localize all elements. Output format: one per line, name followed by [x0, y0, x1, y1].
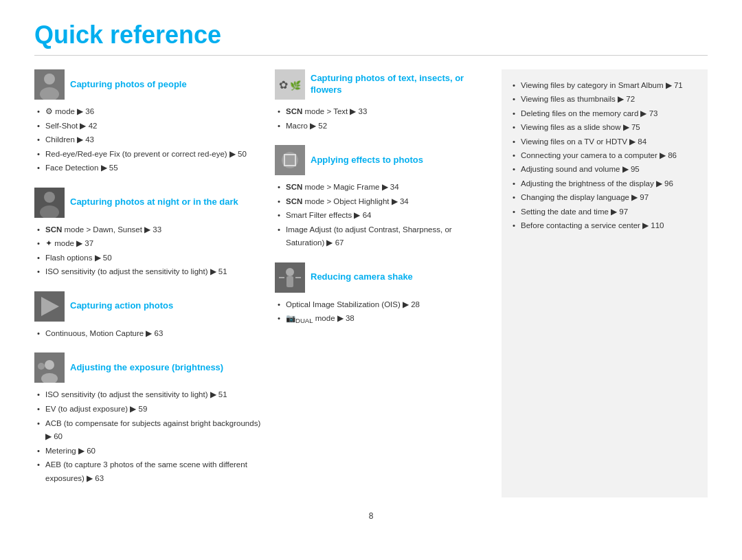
list-item: Deleting files on the memory card ▶ 73: [513, 107, 697, 120]
list-item: Smart Filter effects ▶ 64: [278, 209, 488, 223]
svg-point-19: [286, 268, 294, 276]
col-left: Capturing photos of people ⚙ mode ▶ 36 S…: [34, 69, 261, 497]
list-item: ⚙ mode ▶ 36: [37, 105, 261, 119]
section-action-title: Capturing action photos: [70, 300, 173, 312]
thumb-effects: [275, 145, 305, 175]
list-item: Viewing files by category in Smart Album…: [513, 79, 697, 91]
list-item: Setting the date and time ▶ 97: [513, 205, 697, 218]
svg-text:🌿: 🌿: [290, 80, 302, 91]
list-item: SCN mode > Dawn, Sunset ▶ 33: [37, 223, 261, 237]
svg-point-4: [44, 192, 55, 203]
section-exposure: Adjusting the exposure (brightness) ISO …: [34, 352, 261, 485]
list-item: ISO sensitivity (to adjust the sensitivi…: [37, 388, 261, 402]
section-night: Capturing photos at night or in the dark…: [34, 188, 261, 279]
section-night-body: SCN mode > Dawn, Sunset ▶ 33 ✦ mode ▶ 37…: [34, 223, 261, 279]
thumb-night: [34, 188, 65, 218]
section-effects: Applying effects to photos SCN mode > Ma…: [275, 145, 488, 250]
section-shake-body: Optical Image Stabilization (OIS) ▶ 28 📷…: [275, 298, 488, 327]
section-effects-title: Applying effects to photos: [311, 155, 423, 166]
list-item: Flash options ▶ 50: [37, 251, 261, 265]
section-action-body: Continuous, Motion Capture ▶ 63: [34, 327, 261, 341]
list-item: Adjusting sound and volume ▶ 95: [513, 163, 697, 175]
list-item: Self-Shot ▶ 42: [37, 120, 261, 133]
section-shake-title: Reducing camera shake: [311, 271, 413, 283]
title-divider: [34, 55, 708, 56]
col-center: ✿ 🌿 Capturing photos of text, insects, o…: [275, 69, 488, 497]
section-effects-header: Applying effects to photos: [275, 145, 488, 175]
list-item: ISO sensitivity (to adjust the sensitivi…: [37, 265, 261, 279]
section-exposure-header: Adjusting the exposure (brightness): [34, 352, 261, 383]
list-item: Red-eye/Red-eye Fix (to prevent or corre…: [37, 148, 261, 161]
list-item: SCN mode > Magic Frame ▶ 34: [278, 181, 488, 194]
col-right: Viewing files by category in Smart Album…: [502, 69, 708, 497]
list-item: Connecting your camera to a computer ▶ 8…: [513, 149, 697, 161]
section-shake-header: Reducing camera shake: [275, 262, 488, 293]
page-title: Quick reference: [34, 21, 708, 49]
section-night-title: Capturing photos at night or in the dark: [70, 197, 238, 208]
list-item: Continuous, Motion Capture ▶ 63: [37, 327, 261, 341]
list-item: EV (to adjust exposure) ▶ 59: [37, 403, 261, 416]
list-item: Adjusting the brightness of the display …: [513, 177, 697, 190]
section-text-body: SCN mode > Text ▶ 33 Macro ▶ 52: [275, 105, 488, 133]
section-text-title: Capturing photos of text, insects, or fl…: [311, 73, 488, 96]
section-people-body: ⚙ mode ▶ 36 Self-Shot ▶ 42 Children ▶ 43…: [34, 105, 261, 175]
thumb-exposure: [34, 352, 65, 383]
list-item: AEB (to capture 3 photos of the same sce…: [37, 458, 261, 485]
list-item: Viewing files as a slide show ▶ 75: [513, 121, 697, 133]
section-shake: Reducing camera shake Optical Image Stab…: [275, 262, 488, 327]
main-layout: Capturing photos of people ⚙ mode ▶ 36 S…: [34, 69, 708, 497]
list-item: Metering ▶ 60: [37, 445, 261, 458]
list-item: 📷DUAL mode ▶ 38: [278, 312, 488, 327]
svg-point-11: [38, 363, 45, 370]
thumb-people: [34, 69, 65, 100]
list-item: Before contacting a service center ▶ 110: [513, 219, 697, 232]
list-item: Changing the display language ▶ 97: [513, 191, 697, 203]
svg-point-1: [44, 74, 55, 85]
thumb-text: ✿ 🌿: [275, 69, 305, 100]
list-item: Image Adjust (to adjust Contrast, Sharpn…: [278, 223, 488, 250]
section-exposure-title: Adjusting the exposure (brightness): [70, 362, 223, 374]
list-item: Children ▶ 43: [37, 133, 261, 147]
section-people-title: Capturing photos of people: [70, 79, 187, 91]
list-item: Optical Image Stabilization (OIS) ▶ 28: [278, 298, 488, 312]
thumb-shake: [275, 262, 305, 293]
list-item: Macro ▶ 52: [278, 120, 488, 133]
section-action: Capturing action photos Continuous, Moti…: [34, 291, 261, 341]
svg-rect-20: [286, 276, 293, 287]
list-item: ACB (to compensate for subjects against …: [37, 417, 261, 444]
section-people-header: Capturing photos of people: [34, 69, 261, 100]
section-night-header: Capturing photos at night or in the dark: [34, 188, 261, 218]
list-item: SCN mode > Object Highlight ▶ 34: [278, 195, 488, 209]
list-item: ✦ mode ▶ 37: [37, 237, 261, 251]
section-text-header: ✿ 🌿 Capturing photos of text, insects, o…: [275, 69, 488, 100]
list-item: SCN mode > Text ▶ 33: [278, 105, 488, 119]
thumb-action: [34, 291, 65, 322]
list-item: Viewing files as thumbnails ▶ 72: [513, 93, 697, 105]
svg-text:✿: ✿: [279, 79, 288, 91]
page-number: 8: [34, 511, 708, 521]
section-effects-body: SCN mode > Magic Frame ▶ 34 SCN mode > O…: [275, 181, 488, 250]
section-exposure-body: ISO sensitivity (to adjust the sensitivi…: [34, 388, 261, 485]
list-item: Viewing files on a TV or HDTV ▶ 84: [513, 135, 697, 148]
section-text: ✿ 🌿 Capturing photos of text, insects, o…: [275, 69, 488, 133]
section-action-header: Capturing action photos: [34, 291, 261, 322]
section-people: Capturing photos of people ⚙ mode ▶ 36 S…: [34, 69, 261, 175]
svg-point-9: [45, 360, 54, 370]
list-item: Face Detection ▶ 55: [37, 161, 261, 175]
